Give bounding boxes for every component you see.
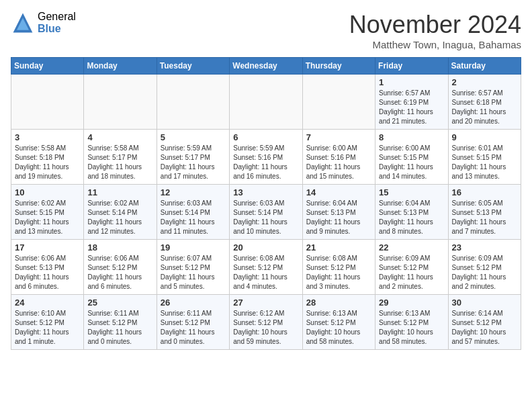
day-info: Sunrise: 5:59 AM Sunset: 5:16 PM Dayligh… bbox=[233, 144, 298, 181]
weekday-friday: Friday bbox=[375, 58, 448, 75]
day-number: 4 bbox=[87, 132, 152, 142]
calendar-cell: 18Sunrise: 6:06 AM Sunset: 5:12 PM Dayli… bbox=[84, 240, 157, 295]
calendar-week-3: 17Sunrise: 6:06 AM Sunset: 5:13 PM Dayli… bbox=[11, 240, 521, 295]
day-info: Sunrise: 6:14 AM Sunset: 5:12 PM Dayligh… bbox=[452, 309, 517, 347]
day-number: 21 bbox=[306, 242, 371, 253]
day-info: Sunrise: 5:58 AM Sunset: 5:18 PM Dayligh… bbox=[15, 144, 80, 181]
calendar-cell: 9Sunrise: 6:01 AM Sunset: 5:15 PM Daylig… bbox=[448, 130, 521, 185]
calendar-cell: 23Sunrise: 6:09 AM Sunset: 5:12 PM Dayli… bbox=[448, 240, 521, 295]
logo-blue: Blue bbox=[38, 23, 76, 35]
calendar-cell: 12Sunrise: 6:03 AM Sunset: 5:14 PM Dayli… bbox=[157, 185, 229, 240]
calendar-cell bbox=[302, 75, 375, 130]
day-number: 24 bbox=[15, 298, 80, 308]
day-info: Sunrise: 6:05 AM Sunset: 5:13 PM Dayligh… bbox=[452, 199, 517, 236]
calendar-cell: 20Sunrise: 6:08 AM Sunset: 5:12 PM Dayli… bbox=[230, 240, 302, 295]
day-number: 5 bbox=[161, 132, 226, 142]
day-number: 20 bbox=[233, 242, 298, 253]
calendar-cell: 16Sunrise: 6:05 AM Sunset: 5:13 PM Dayli… bbox=[448, 185, 521, 240]
calendar-cell: 17Sunrise: 6:06 AM Sunset: 5:13 PM Dayli… bbox=[11, 240, 84, 295]
day-number: 6 bbox=[233, 132, 298, 142]
day-number: 17 bbox=[15, 242, 80, 253]
day-number: 27 bbox=[233, 298, 298, 308]
calendar-cell: 29Sunrise: 6:13 AM Sunset: 5:12 PM Dayli… bbox=[375, 295, 448, 350]
calendar-cell: 19Sunrise: 6:07 AM Sunset: 5:12 PM Dayli… bbox=[157, 240, 229, 295]
day-info: Sunrise: 6:08 AM Sunset: 5:12 PM Dayligh… bbox=[306, 254, 371, 291]
calendar-cell: 6Sunrise: 5:59 AM Sunset: 5:16 PM Daylig… bbox=[230, 130, 302, 185]
calendar-week-0: 1Sunrise: 6:57 AM Sunset: 6:19 PM Daylig… bbox=[11, 75, 521, 130]
calendar-cell: 4Sunrise: 5:58 AM Sunset: 5:17 PM Daylig… bbox=[84, 130, 157, 185]
calendar-title: November 2024 bbox=[349, 11, 521, 39]
logo-general: General bbox=[38, 11, 76, 23]
day-info: Sunrise: 6:07 AM Sunset: 5:12 PM Dayligh… bbox=[161, 254, 226, 291]
day-number: 1 bbox=[379, 77, 444, 87]
calendar-cell: 7Sunrise: 6:00 AM Sunset: 5:16 PM Daylig… bbox=[302, 130, 375, 185]
day-info: Sunrise: 6:13 AM Sunset: 5:12 PM Dayligh… bbox=[306, 309, 371, 347]
day-info: Sunrise: 6:04 AM Sunset: 5:13 PM Dayligh… bbox=[306, 199, 371, 236]
weekday-thursday: Thursday bbox=[302, 58, 375, 75]
logo-text: General Blue bbox=[38, 11, 76, 34]
weekday-monday: Monday bbox=[84, 58, 157, 75]
calendar-body: 1Sunrise: 6:57 AM Sunset: 6:19 PM Daylig… bbox=[11, 75, 521, 350]
day-info: Sunrise: 6:06 AM Sunset: 5:12 PM Dayligh… bbox=[87, 254, 152, 291]
calendar-cell: 25Sunrise: 6:11 AM Sunset: 5:12 PM Dayli… bbox=[84, 295, 157, 350]
calendar-cell: 30Sunrise: 6:14 AM Sunset: 5:12 PM Dayli… bbox=[448, 295, 521, 350]
calendar-cell: 21Sunrise: 6:08 AM Sunset: 5:12 PM Dayli… bbox=[302, 240, 375, 295]
day-number: 22 bbox=[379, 242, 444, 253]
calendar-cell: 14Sunrise: 6:04 AM Sunset: 5:13 PM Dayli… bbox=[302, 185, 375, 240]
calendar-table: SundayMondayTuesdayWednesdayThursdayFrid… bbox=[11, 57, 521, 350]
calendar-cell: 5Sunrise: 5:59 AM Sunset: 5:17 PM Daylig… bbox=[157, 130, 229, 185]
day-number: 3 bbox=[15, 132, 80, 142]
day-number: 30 bbox=[452, 298, 517, 308]
day-info: Sunrise: 6:03 AM Sunset: 5:14 PM Dayligh… bbox=[161, 199, 226, 236]
day-info: Sunrise: 6:11 AM Sunset: 5:12 PM Dayligh… bbox=[161, 309, 226, 347]
calendar-cell bbox=[84, 75, 157, 130]
weekday-wednesday: Wednesday bbox=[230, 58, 302, 75]
calendar-cell: 27Sunrise: 6:12 AM Sunset: 5:12 PM Dayli… bbox=[230, 295, 302, 350]
day-number: 19 bbox=[161, 242, 226, 253]
calendar-cell: 15Sunrise: 6:04 AM Sunset: 5:13 PM Dayli… bbox=[375, 185, 448, 240]
calendar-subtitle: Matthew Town, Inagua, Bahamas bbox=[349, 39, 521, 50]
day-info: Sunrise: 6:03 AM Sunset: 5:14 PM Dayligh… bbox=[233, 199, 298, 236]
day-info: Sunrise: 6:11 AM Sunset: 5:12 PM Dayligh… bbox=[87, 309, 152, 347]
page-header: General Blue November 2024 Matthew Town,… bbox=[11, 11, 521, 50]
day-info: Sunrise: 5:59 AM Sunset: 5:17 PM Dayligh… bbox=[161, 144, 226, 181]
calendar-cell: 22Sunrise: 6:09 AM Sunset: 5:12 PM Dayli… bbox=[375, 240, 448, 295]
day-number: 13 bbox=[233, 187, 298, 197]
title-block: November 2024 Matthew Town, Inagua, Baha… bbox=[349, 11, 521, 50]
day-info: Sunrise: 6:57 AM Sunset: 6:18 PM Dayligh… bbox=[452, 89, 517, 126]
calendar-header: SundayMondayTuesdayWednesdayThursdayFrid… bbox=[11, 58, 521, 75]
weekday-header-row: SundayMondayTuesdayWednesdayThursdayFrid… bbox=[11, 58, 521, 75]
day-number: 18 bbox=[87, 242, 152, 253]
day-number: 23 bbox=[452, 242, 517, 253]
day-info: Sunrise: 6:13 AM Sunset: 5:12 PM Dayligh… bbox=[379, 309, 444, 347]
logo-icon bbox=[11, 11, 35, 35]
weekday-sunday: Sunday bbox=[11, 58, 84, 75]
day-number: 7 bbox=[306, 132, 371, 142]
day-info: Sunrise: 6:57 AM Sunset: 6:19 PM Dayligh… bbox=[379, 89, 444, 126]
calendar-cell: 28Sunrise: 6:13 AM Sunset: 5:12 PM Dayli… bbox=[302, 295, 375, 350]
day-number: 12 bbox=[161, 187, 226, 197]
day-number: 28 bbox=[306, 298, 371, 308]
day-number: 8 bbox=[379, 132, 444, 142]
day-info: Sunrise: 6:09 AM Sunset: 5:12 PM Dayligh… bbox=[452, 254, 517, 291]
calendar-week-4: 24Sunrise: 6:10 AM Sunset: 5:12 PM Dayli… bbox=[11, 295, 521, 350]
calendar-cell: 10Sunrise: 6:02 AM Sunset: 5:15 PM Dayli… bbox=[11, 185, 84, 240]
day-number: 15 bbox=[379, 187, 444, 197]
day-number: 11 bbox=[87, 187, 152, 197]
weekday-saturday: Saturday bbox=[448, 58, 521, 75]
day-number: 2 bbox=[452, 77, 517, 87]
day-number: 26 bbox=[161, 298, 226, 308]
calendar-cell bbox=[11, 75, 84, 130]
day-info: Sunrise: 6:08 AM Sunset: 5:12 PM Dayligh… bbox=[233, 254, 298, 291]
day-info: Sunrise: 6:12 AM Sunset: 5:12 PM Dayligh… bbox=[233, 309, 298, 347]
day-info: Sunrise: 6:00 AM Sunset: 5:16 PM Dayligh… bbox=[306, 144, 371, 181]
calendar-cell: 11Sunrise: 6:02 AM Sunset: 5:14 PM Dayli… bbox=[84, 185, 157, 240]
day-info: Sunrise: 6:01 AM Sunset: 5:15 PM Dayligh… bbox=[452, 144, 517, 181]
calendar-cell: 1Sunrise: 6:57 AM Sunset: 6:19 PM Daylig… bbox=[375, 75, 448, 130]
day-info: Sunrise: 6:02 AM Sunset: 5:15 PM Dayligh… bbox=[15, 199, 80, 236]
calendar-cell bbox=[230, 75, 302, 130]
day-info: Sunrise: 6:02 AM Sunset: 5:14 PM Dayligh… bbox=[87, 199, 152, 236]
calendar-cell: 24Sunrise: 6:10 AM Sunset: 5:12 PM Dayli… bbox=[11, 295, 84, 350]
day-number: 25 bbox=[87, 298, 152, 308]
day-number: 14 bbox=[306, 187, 371, 197]
